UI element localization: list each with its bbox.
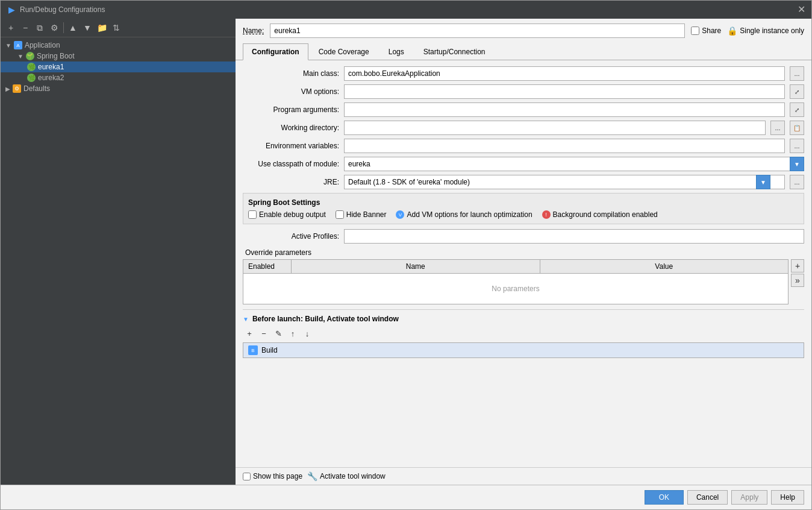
env-vars-input[interactable] <box>344 139 785 153</box>
program-args-expand-button[interactable]: ⤢ <box>790 102 804 117</box>
working-dir-browse-button[interactable]: ... <box>770 121 785 135</box>
before-launch-up-button[interactable]: ↑ <box>286 327 299 340</box>
hide-banner-option: Hide Banner <box>336 210 387 219</box>
share-area: Share <box>691 27 721 35</box>
before-launch-down-button[interactable]: ↓ <box>301 327 314 340</box>
tree-item-eureka2[interactable]: 🌿 eureka2 <box>1 72 236 83</box>
before-launch-remove-button[interactable]: − <box>257 327 270 340</box>
hide-banner-label: Hide Banner <box>346 210 387 219</box>
move-up-button[interactable]: ▲ <box>66 21 80 34</box>
more-param-button[interactable]: » <box>791 274 804 287</box>
hide-banner-checkbox[interactable] <box>336 210 344 219</box>
apply-button[interactable]: Apply <box>731 490 767 505</box>
name-label: Name: <box>243 27 264 35</box>
vm-options-expand-button[interactable]: ⤢ <box>790 84 804 99</box>
tabs-bar: Configuration Code Coverage Logs Startup… <box>236 43 811 60</box>
spring-boot-settings-title: Spring Boot Settings <box>248 198 799 207</box>
main-class-row: Main class: ... <box>243 66 804 81</box>
config-tree: ▼ A Application ▼ 🌱 Spring Boot 🌿 eureka… <box>1 37 236 485</box>
expand-arrow-application: ▼ <box>5 42 11 49</box>
tab-startup-connection[interactable]: Startup/Connection <box>414 43 495 60</box>
main-class-browse-button[interactable]: ... <box>790 66 804 81</box>
vm-options-icon: V <box>396 210 404 219</box>
show-this-page-label: Show this page <box>253 472 302 480</box>
before-launch-expand[interactable]: ▼ <box>243 316 249 323</box>
left-panel: + − ⧉ ⚙ ▲ ▼ 📁 ⇅ ▼ A Application <box>1 19 236 485</box>
enable-debug-output-checkbox[interactable] <box>248 210 257 219</box>
right-panel: Name: Share 🔒 Single instance only Confi… <box>236 19 811 485</box>
jre-dropdown-arrow[interactable]: ▼ <box>756 175 770 189</box>
tab-code-coverage[interactable]: Code Coverage <box>310 43 378 60</box>
left-toolbar: + − ⧉ ⚙ ▲ ▼ 📁 ⇅ <box>1 19 236 37</box>
jre-browse-button[interactable]: ... <box>790 175 804 189</box>
background-compilation-option: ! Background compilation enabled <box>542 210 658 219</box>
add-config-button[interactable]: + <box>4 21 17 34</box>
col-name: Name <box>292 260 540 273</box>
before-launch-title: Before launch: Build, Activate tool wind… <box>252 315 399 323</box>
move-to-group-button[interactable]: 📁 <box>95 21 108 34</box>
before-launch-edit-button[interactable]: ✎ <box>272 327 285 340</box>
env-vars-browse-button[interactable]: ... <box>790 139 804 153</box>
working-dir-input[interactable] <box>344 121 766 135</box>
close-button[interactable]: ✕ <box>798 5 805 14</box>
active-profiles-input[interactable] <box>344 229 804 244</box>
classpath-select[interactable]: eureka <box>344 157 804 171</box>
configure-templates-button[interactable]: ⚙ <box>48 21 61 34</box>
ok-button[interactable]: OK <box>645 490 684 505</box>
add-vm-options-label: Add VM options for launch optimization <box>407 210 532 219</box>
col-enabled: Enabled <box>243 260 292 273</box>
expand-arrow-spring-boot: ▼ <box>17 53 23 60</box>
configuration-panel: Main class: ... VM options: ⤢ Program ar… <box>236 60 811 467</box>
program-args-input[interactable] <box>344 102 785 117</box>
title-bar-text: Run/Debug Configurations <box>20 5 105 14</box>
tab-logs[interactable]: Logs <box>379 43 413 60</box>
tree-label-application: Application <box>25 41 60 49</box>
tree-item-defaults[interactable]: ▶ ⚙ Defaults <box>1 83 236 94</box>
before-launch-header: ▼ Before launch: Build, Activate tool wi… <box>243 315 804 323</box>
eureka1-icon: 🌿 <box>27 63 36 71</box>
dialog-footer: OK Cancel Apply Help <box>1 485 811 509</box>
working-dir-macro-button[interactable]: 📋 <box>790 121 804 135</box>
defaults-icon: ⚙ <box>13 84 21 93</box>
cancel-button[interactable]: Cancel <box>687 490 728 505</box>
before-launch-section: ▼ Before launch: Build, Activate tool wi… <box>243 309 804 358</box>
background-compilation-icon: ! <box>542 210 551 219</box>
spring-boot-icon: 🌱 <box>26 52 34 60</box>
tree-item-eureka1[interactable]: 🌿 eureka1 <box>1 61 236 72</box>
eureka2-icon: 🌿 <box>27 74 36 82</box>
help-button[interactable]: Help <box>771 490 804 505</box>
copy-config-button[interactable]: ⧉ <box>33 21 46 34</box>
name-input[interactable] <box>270 24 685 38</box>
params-table-wrapper: Enabled Name Value No parameters + » <box>243 259 804 304</box>
main-class-input[interactable] <box>344 66 785 81</box>
classpath-select-wrapper: eureka ▼ <box>344 157 804 171</box>
params-table-body: No parameters <box>243 274 788 304</box>
tree-label-eureka1: eureka1 <box>38 63 64 71</box>
show-this-page-checkbox[interactable] <box>243 473 251 480</box>
tree-item-spring-boot[interactable]: ▼ 🌱 Spring Boot <box>1 51 236 61</box>
working-dir-label: Working directory: <box>243 124 339 132</box>
program-args-label: Program arguments: <box>243 105 339 114</box>
tab-configuration[interactable]: Configuration <box>243 43 308 60</box>
main-class-label: Main class: <box>243 69 339 78</box>
params-table-header: Enabled Name Value <box>243 260 788 274</box>
vm-options-input[interactable] <box>344 84 785 99</box>
add-param-button[interactable]: + <box>791 259 804 272</box>
enable-debug-output-option: Enable debug output <box>248 210 326 219</box>
remove-config-button[interactable]: − <box>19 21 32 34</box>
override-params-title: Override parameters <box>243 248 804 257</box>
move-down-button[interactable]: ▼ <box>81 21 94 34</box>
sort-button[interactable]: ⇅ <box>110 21 123 34</box>
build-label: Build <box>261 346 278 354</box>
jre-select[interactable]: Default (1.8 - SDK of 'eureka' module) <box>344 175 785 189</box>
tree-label-defaults: Defaults <box>23 84 50 93</box>
single-instance-label: Single instance only <box>740 27 804 35</box>
params-table: Enabled Name Value No parameters <box>243 259 789 304</box>
share-checkbox[interactable] <box>691 27 699 35</box>
classpath-row: Use classpath of module: eureka ▼ <box>243 157 804 171</box>
before-launch-add-button[interactable]: + <box>243 327 256 340</box>
build-item[interactable]: B Build <box>243 342 804 358</box>
name-row: Name: Share 🔒 Single instance only <box>236 19 811 43</box>
vm-options-row: VM options: ⤢ <box>243 84 804 99</box>
tree-item-application[interactable]: ▼ A Application <box>1 40 236 51</box>
